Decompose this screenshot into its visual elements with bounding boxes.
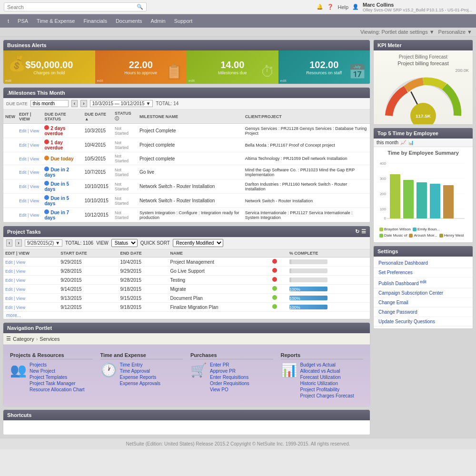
edit-view-link[interactable]: Edit | View [5,287,25,292]
nav-link-resource-chart[interactable]: Resource Allocation Chart [30,387,85,392]
alert-edit-hours[interactable]: edit [97,79,103,83]
nav-link-budget-actual[interactable]: Budget vs Actual [300,362,354,367]
nav-link-charges-forecast[interactable]: Project Charges Forecast [300,393,354,398]
nav-link-approve-pr[interactable]: Approve PR [210,368,249,374]
help-label[interactable]: Help [337,4,348,10]
main-layout: Business Alerts 💰 $50,000.00 Charges on … [0,37,476,438]
edit-view-link[interactable]: Edit | View [19,170,39,175]
legend-item: Emily Boun... [413,227,440,231]
settings-icon[interactable]: ☰ [361,228,366,235]
alert-edit-resources[interactable]: edit [280,79,287,83]
col-due-date[interactable]: DUE DATE ▲ [83,109,113,124]
svg-text:200: 200 [380,192,387,196]
edit-view-link[interactable]: Edit | View [19,213,39,218]
legend-dot [439,234,443,238]
tasks-total: TOTAL: 1106 [65,240,93,246]
edit-view-link[interactable]: Edit | View [5,278,25,283]
personalize-link[interactable]: Personalize ▼ [438,29,472,35]
nav-link-enter-pr[interactable]: Enter PR [210,362,249,367]
settings-personalize[interactable]: Personalize Dashboard [374,258,473,268]
gauge-container: 117.5K [380,73,466,120]
legend-dot [379,228,383,231]
tasks-more-link[interactable]: more... [3,312,370,319]
nav-link-task-manager[interactable]: Project Task Manager [30,381,85,386]
portlet-bar: Viewing: Portlet date settings ▼ Persona… [0,28,476,37]
nav-item-psa[interactable]: PSA [14,16,32,26]
table-row: Edit | View 9/29/2015 10/4/2015 Project … [3,258,370,267]
date-range[interactable]: 10/3/2015 — 10/12/2015 ▼ [90,100,153,107]
tasks-sort-select[interactable]: Recently Modified [173,239,223,247]
due-date-input[interactable] [30,100,69,107]
nav-item-admin[interactable]: Admin [147,16,169,26]
nav-item-time-expense[interactable]: Time & Expense [33,16,79,26]
search-box[interactable]: 🔍 [4,2,147,11]
nav-item-documents[interactable]: Documents [112,16,146,26]
nav-category-projects: Projects & Resources 👥 Projects New Proj… [10,352,93,398]
status-dot [44,181,49,186]
edit-view-link[interactable]: Edit | View [5,260,25,265]
settings-email[interactable]: Change Email [374,298,473,307]
settings-publish[interactable]: Publish Dashboard edit [374,278,473,288]
breadcrumb-category[interactable]: Category [13,336,34,342]
nav-link-templates[interactable]: Project Templates [30,375,85,380]
nav-item-t[interactable]: t [4,16,13,26]
portlet-date-settings[interactable]: Viewing: Portlet date settings ▼ [360,29,435,35]
nav-item-financials[interactable]: Financials [79,16,111,26]
nav-link-view-po[interactable]: View PO [210,387,249,392]
help-icon[interactable]: ❓ [327,4,334,10]
nav-link-enter-req[interactable]: Enter Requisitions [210,375,249,380]
edit-view-link[interactable]: Edit | View [19,198,39,203]
tasks-prev-btn[interactable]: ‹ [6,239,12,247]
task-status-dot [272,268,277,273]
nav-link-time-entry[interactable]: Time Entry [120,362,161,367]
edit-view-link[interactable]: Edit | View [19,129,39,133]
nav-link-expense-reports[interactable]: Expense Reports [120,375,161,380]
settings-campaign[interactable]: Campaign Subscription Center [374,288,473,298]
alert-value-milestones: 14.00 [220,60,244,70]
nav-link-new-project[interactable]: New Project [30,368,85,374]
nav-item-support[interactable]: Support [170,16,197,26]
tasks-date[interactable]: 9/28/2015(2) ▼ [25,239,62,247]
nav-link-projects[interactable]: Projects [30,362,85,367]
tasks-next-btn[interactable]: › [15,239,21,247]
hamburger-icon[interactable]: ☰ [6,336,11,342]
edit-view-link[interactable]: Edit | View [19,143,39,148]
search-input[interactable] [7,4,137,10]
nav-link-order-req[interactable]: Order Requisitions [210,381,249,386]
alert-card-milestones[interactable]: ⏱ 14.00 Milestones due edit [187,50,278,84]
alert-card-resources[interactable]: 📅 102.00 Resources on staff edit [278,50,370,84]
nav-link-historic-util[interactable]: Historic Utilization [300,381,354,386]
settings-security[interactable]: Update Security Questions [374,317,473,327]
alert-card-charges[interactable]: 💰 $50,000.00 Charges on hold edit [3,50,95,84]
tasks-status-select[interactable]: Status [111,239,138,247]
nav-link-profitability[interactable]: Project Profitability [300,387,354,392]
chart-period: this month [377,140,398,145]
next-month-btn[interactable]: › [80,100,87,107]
nav-link-forecast-util[interactable]: Forecast Utilization [300,375,354,380]
breadcrumb-services[interactable]: Services [40,336,60,342]
edit-view-link[interactable]: Edit | View [5,269,25,274]
col-edit-view: EDIT | VIEW [3,249,59,258]
nav-link-expense-approvals[interactable]: Expense Approvals [120,381,161,386]
user-icon[interactable]: 👤 [352,4,359,10]
prev-month-btn[interactable]: ‹ [71,100,78,107]
edit-view-link[interactable]: Edit | View [5,305,25,310]
chart-bar-icon[interactable]: 📊 [408,140,414,145]
nav-link-time-approval[interactable]: Time Approval [120,368,161,374]
settings-preferences[interactable]: Set Preferences [374,268,473,278]
task-status-dot [272,295,277,300]
chart-line-icon[interactable]: 📈 [400,140,406,145]
alert-card-hours[interactable]: 📋 22.00 Hours to approve edit [95,50,187,84]
edit-view-link[interactable]: Edit | View [5,296,25,301]
edit-view-link[interactable]: Edit | View [19,184,39,189]
alert-edit-milestones[interactable]: edit [188,79,195,83]
edit-view-link[interactable]: Edit | View [19,157,39,161]
notifications-icon[interactable]: 🔔 [317,4,323,10]
settings-password[interactable]: Change Password [374,307,473,317]
nav-link-allocated-actual[interactable]: Allocated vs Actual [300,368,354,374]
refresh-icon[interactable]: ↻ [355,228,359,235]
nav-links-reports: Budget vs Actual Allocated vs Actual For… [300,362,354,398]
table-row: Edit | View Due in 7 days 10/12/2015 Not… [3,208,370,222]
col-client-project: CLIENT:PROJECT [243,109,370,124]
alert-edit-charges[interactable]: edit [5,79,11,83]
